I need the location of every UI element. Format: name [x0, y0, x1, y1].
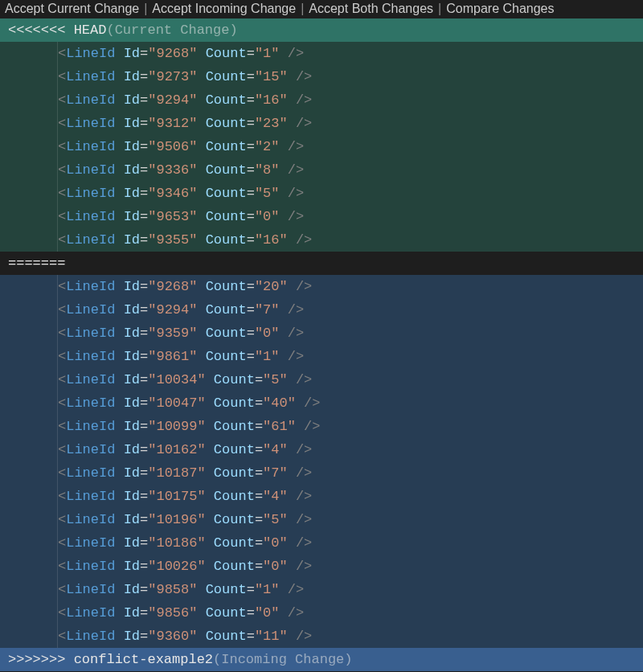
xml-attr-id: Id — [124, 535, 140, 551]
xml-open-bracket: < — [58, 92, 66, 108]
xml-lineid-element: <LineId Id="9336" Count="8" /> — [58, 162, 304, 178]
head-marker: <<<<<<< — [8, 23, 74, 38]
current-change-line: <LineId Id="9312" Count="23" /> — [0, 112, 643, 135]
incoming-change-line: <LineId Id="9861" Count="1" /> — [0, 345, 643, 368]
current-change-line: <LineId Id="9653" Count="0" /> — [0, 205, 643, 228]
xml-lineid-element: <LineId Id="9268" Count="1" /> — [58, 46, 304, 61]
separator-marker: ======= — [8, 256, 65, 271]
xml-count-value: "1" — [255, 349, 280, 364]
xml-id-value: "10034" — [148, 372, 205, 387]
xml-tag-name: LineId — [66, 535, 115, 551]
xml-tag-name: LineId — [66, 162, 115, 178]
accept-both-changes-link[interactable]: Accept Both Changes — [309, 2, 433, 16]
xml-equals: = — [247, 302, 255, 318]
xml-open-bracket: < — [58, 512, 66, 527]
xml-tag-name: LineId — [66, 605, 115, 621]
xml-id-value: "9861" — [148, 349, 197, 364]
xml-attr-count: Count — [206, 326, 247, 341]
xml-equals: = — [140, 162, 148, 178]
xml-equals: = — [247, 582, 255, 597]
xml-count-value: "61" — [263, 419, 296, 434]
xml-equals: = — [255, 372, 263, 387]
xml-equals: = — [140, 372, 148, 387]
xml-id-value: "9856" — [148, 605, 197, 621]
xml-count-value: "16" — [255, 232, 288, 248]
xml-lineid-element: <LineId Id="9360" Count="11" /> — [58, 629, 312, 644]
xml-self-close: /> — [288, 582, 304, 597]
incoming-change-line: <LineId Id="9856" Count="0" /> — [0, 601, 643, 625]
xml-lineid-element: <LineId Id="9312" Count="23" /> — [58, 116, 312, 131]
xml-equals: = — [140, 349, 148, 364]
xml-id-value: "9294" — [148, 302, 197, 318]
xml-count-value: "8" — [255, 162, 280, 178]
accept-incoming-change-link[interactable]: Accept Incoming Change — [152, 2, 296, 16]
xml-count-value: "0" — [263, 559, 288, 574]
compare-changes-link[interactable]: Compare Changes — [446, 2, 554, 16]
xml-open-bracket: < — [58, 186, 66, 201]
xml-open-bracket: < — [58, 419, 66, 434]
xml-count-value: "4" — [263, 489, 288, 504]
xml-equals: = — [247, 69, 255, 84]
xml-id-value: "9273" — [148, 69, 197, 84]
xml-equals: = — [140, 209, 148, 224]
xml-self-close: /> — [288, 46, 304, 61]
xml-lineid-element: <LineId Id="9653" Count="0" /> — [58, 209, 304, 224]
xml-tag-name: LineId — [66, 69, 115, 84]
xml-attr-id: Id — [124, 92, 140, 108]
codelens-separator: | — [144, 2, 147, 16]
xml-tag-name: LineId — [66, 372, 115, 387]
incoming-change-line: <LineId Id="9268" Count="20" /> — [0, 275, 643, 298]
xml-lineid-element: <LineId Id="10034" Count="5" /> — [58, 372, 312, 387]
xml-equals: = — [140, 116, 148, 131]
xml-attr-count: Count — [206, 209, 247, 224]
xml-id-value: "9359" — [148, 326, 197, 341]
xml-open-bracket: < — [58, 605, 66, 621]
xml-equals: = — [140, 395, 148, 411]
conflict-tail-marker-line: >>>>>>> conflict-example2 (Incoming Chan… — [0, 648, 643, 671]
xml-equals: = — [140, 512, 148, 527]
xml-self-close: /> — [288, 186, 304, 201]
xml-lineid-element: <LineId Id="10047" Count="40" /> — [58, 395, 321, 411]
xml-count-value: "7" — [255, 302, 280, 318]
xml-attr-id: Id — [124, 326, 140, 341]
xml-id-value: "9653" — [148, 209, 197, 224]
xml-equals: = — [247, 139, 255, 154]
xml-id-value: "9858" — [148, 582, 197, 597]
current-change-line: <LineId Id="9268" Count="1" /> — [0, 42, 643, 65]
merge-conflict-editor[interactable]: <<<<<<< HEAD (Current Change)<LineId Id=… — [0, 18, 643, 671]
xml-open-bracket: < — [58, 372, 66, 387]
xml-tag-name: LineId — [66, 465, 115, 481]
xml-tag-name: LineId — [66, 559, 115, 574]
xml-open-bracket: < — [58, 326, 66, 341]
xml-id-value: "10047" — [148, 395, 205, 411]
xml-attr-count: Count — [206, 582, 247, 597]
xml-equals: = — [247, 326, 255, 341]
xml-id-value: "9268" — [148, 279, 197, 294]
xml-lineid-element: <LineId Id="10175" Count="4" /> — [58, 489, 312, 504]
xml-equals: = — [247, 605, 255, 621]
xml-open-bracket: < — [58, 629, 66, 644]
xml-attr-count: Count — [206, 629, 247, 644]
current-change-line: <LineId Id="9294" Count="16" /> — [0, 88, 643, 112]
xml-attr-id: Id — [124, 419, 140, 434]
xml-equals: = — [247, 186, 255, 201]
xml-tag-name: LineId — [66, 419, 115, 434]
xml-id-value: "9360" — [148, 629, 197, 644]
xml-tag-name: LineId — [66, 232, 115, 248]
xml-equals: = — [255, 559, 263, 574]
xml-attr-id: Id — [124, 465, 140, 481]
xml-equals: = — [140, 442, 148, 457]
incoming-change-line: <LineId Id="10026" Count="0" /> — [0, 555, 643, 578]
xml-equals: = — [140, 535, 148, 551]
xml-lineid-element: <LineId Id="9346" Count="5" /> — [58, 186, 304, 201]
xml-count-value: "0" — [263, 535, 288, 551]
xml-self-close: /> — [288, 139, 304, 154]
xml-tag-name: LineId — [66, 116, 115, 131]
accept-current-change-link[interactable]: Accept Current Change — [5, 2, 139, 16]
xml-lineid-element: <LineId Id="10162" Count="4" /> — [58, 442, 312, 457]
xml-equals: = — [140, 46, 148, 61]
xml-open-bracket: < — [58, 116, 66, 131]
xml-attr-count: Count — [206, 162, 247, 178]
xml-equals: = — [140, 559, 148, 574]
xml-equals: = — [140, 69, 148, 84]
